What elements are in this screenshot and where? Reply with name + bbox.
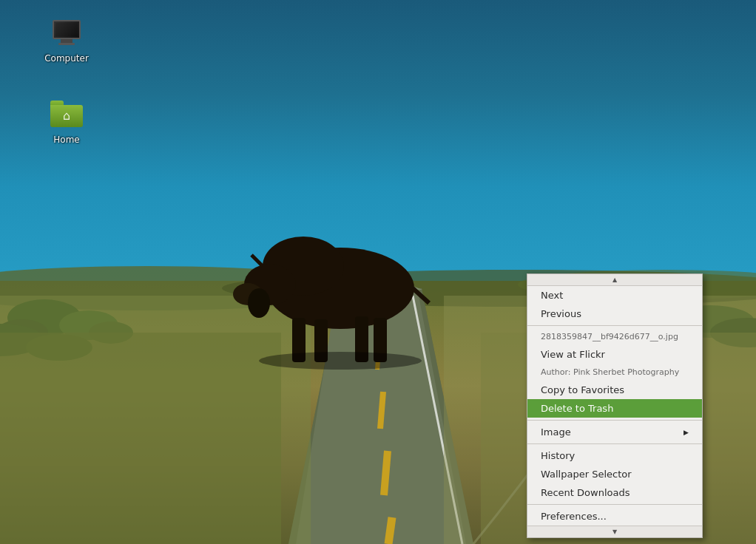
menu-item-author: Author: Pink Sherbet Photography	[527, 364, 702, 381]
svg-line-21	[388, 517, 392, 544]
menu-item-previous[interactable]: Previous	[527, 305, 702, 323]
home-icon[interactable]: ⌂ Home	[37, 92, 96, 150]
svg-line-19	[380, 392, 383, 429]
menu-separator-4	[527, 504, 702, 505]
computer-icon[interactable]: Computer	[37, 11, 96, 69]
computer-icon-image	[49, 15, 84, 50]
menu-item-history[interactable]: History	[527, 446, 702, 465]
menu-separator-1	[527, 325, 702, 326]
svg-rect-25	[0, 333, 281, 544]
svg-line-20	[384, 451, 388, 495]
menu-separator-3	[527, 443, 702, 444]
menu-item-view-flickr[interactable]: View at Flickr	[527, 345, 702, 364]
home-icon-image: ⌂	[49, 96, 84, 132]
svg-point-38	[248, 288, 270, 318]
menu-scroll-up[interactable]	[527, 274, 702, 286]
menu-item-copy-favorites[interactable]: Copy to Favorites	[527, 381, 702, 399]
computer-icon-label: Computer	[44, 53, 89, 65]
menu-item-wallpaper-selector[interactable]: Wallpaper Selector	[527, 465, 702, 483]
menu-item-recent-downloads[interactable]: Recent Downloads	[527, 483, 702, 502]
menu-item-image[interactable]: Image	[527, 423, 702, 441]
menu-scroll-down[interactable]	[527, 526, 702, 537]
menu-item-next[interactable]: Next	[527, 286, 702, 305]
svg-point-39	[259, 352, 422, 370]
menu-separator-2	[527, 420, 702, 421]
menu-item-preferences[interactable]: Preferences...	[527, 507, 702, 526]
home-icon-label: Home	[53, 135, 79, 146]
menu-item-delete-trash[interactable]: Delete to Trash	[527, 399, 702, 418]
menu-item-filename: 2818359847__bf9426d677__o.jpg	[527, 328, 702, 345]
context-menu: Next Previous 2818359847__bf9426d677__o.…	[527, 273, 703, 538]
